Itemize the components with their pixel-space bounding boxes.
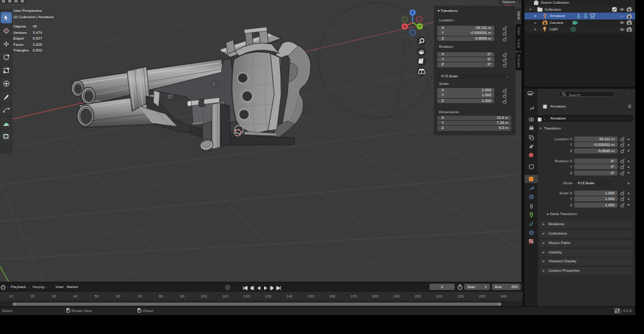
svg-text:X: X [403, 25, 406, 28]
svg-text:Z: Z [411, 11, 414, 14]
svg-text:4.2: 4.2 [591, 16, 595, 19]
svg-text:Y: Y [418, 25, 421, 28]
